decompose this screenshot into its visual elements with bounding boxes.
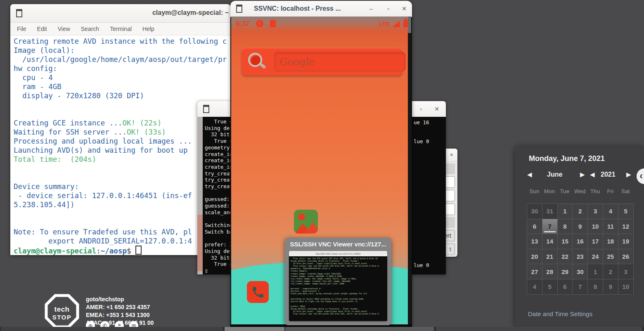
calendar-day[interactable]: 29 xyxy=(558,264,573,279)
menu-item-terminal[interactable]: Terminal xyxy=(110,26,132,32)
close-icon[interactable]: × xyxy=(450,152,453,158)
scrollbar-thumb[interactable] xyxy=(408,17,411,33)
calendar-day-selected[interactable]: 7 xyxy=(542,219,558,234)
calendar-day[interactable]: 1 xyxy=(588,264,603,279)
info-icon: i xyxy=(256,20,263,27)
menu-item-help[interactable]: Help xyxy=(142,26,154,32)
xterm-fragment: ue 16 xyxy=(414,119,429,125)
logo-line1: tech xyxy=(45,305,79,314)
calendar-day[interactable]: 22 xyxy=(558,249,573,265)
calendar-day[interactable]: 20 xyxy=(527,249,542,265)
calendar-day[interactable]: 14 xyxy=(542,234,558,249)
calendar-day[interactable]: 17 xyxy=(588,234,603,249)
menu-item-view[interactable]: View xyxy=(58,26,70,32)
calendar-day[interactable]: 30 xyxy=(527,204,542,219)
scrollbar[interactable] xyxy=(197,117,203,274)
android-statusbar: 6:37 i LTE xyxy=(231,17,411,31)
search-input[interactable] xyxy=(274,52,406,72)
calendar-day[interactable]: 3 xyxy=(618,264,634,279)
maximize-icon[interactable]: ▫ xyxy=(420,106,422,112)
close-icon[interactable]: ✕ xyxy=(434,106,439,112)
calendar-week-row: 303112345 xyxy=(527,204,634,219)
next-month-icon[interactable]: ▶ xyxy=(580,171,585,178)
calendar-day[interactable]: 10 xyxy=(588,219,603,234)
calendar-day[interactable]: 31 xyxy=(542,204,558,219)
calendar-day[interactable]: 9 xyxy=(573,219,588,234)
terminal-text: Waiting for SSH server ... xyxy=(14,128,127,136)
taskbar[interactable] xyxy=(0,327,644,331)
gallery-app-icon[interactable] xyxy=(294,210,318,234)
calendar-day[interactable]: 7 xyxy=(573,279,588,295)
calendar-day[interactable]: 10 xyxy=(618,279,634,295)
terminal-text: Image (local): xyxy=(14,46,75,54)
calendar-day[interactable]: 30 xyxy=(573,264,588,279)
google-search-widget[interactable] xyxy=(242,48,402,76)
calendar-day[interactable]: 2 xyxy=(603,264,618,279)
date-time-settings-link[interactable]: Date and Time Settings xyxy=(528,310,592,317)
calendar-day[interactable]: 5 xyxy=(618,204,634,219)
maximize-icon[interactable]: ▫ xyxy=(387,6,389,12)
calendar-day[interactable]: 28 xyxy=(542,264,558,279)
taskbar-item[interactable] xyxy=(1,327,223,331)
calendar-day[interactable]: 12 xyxy=(618,219,634,234)
calendar-day[interactable]: 26 xyxy=(618,249,634,265)
calendar-day[interactable]: 3 xyxy=(588,204,603,219)
next-year-icon[interactable]: ▶ xyxy=(626,171,631,178)
terminal-text: Device summary: xyxy=(14,182,79,191)
menu-item-search[interactable]: Search xyxy=(81,26,99,32)
calendar-day[interactable]: 11 xyxy=(603,219,618,234)
terminal-titlebar[interactable]: claym@claym-special: ~ xyxy=(10,4,230,23)
terminal-text: - device serial: 127.0.0.1:46451 (ins-ef xyxy=(14,192,192,200)
calendar-day[interactable]: 1 xyxy=(558,204,573,219)
prev-year-icon[interactable]: ◀ xyxy=(590,171,595,178)
terminal-text: cpu - 4 xyxy=(14,73,53,82)
day-header-sat: Sat xyxy=(618,188,633,194)
calendar-day[interactable]: 15 xyxy=(558,234,573,249)
calendar-day[interactable]: 21 xyxy=(542,249,558,265)
terminal-text: Creating remote AVD instance with the fo… xyxy=(14,37,227,45)
window-thumbnail[interactable]: SSL/SSH VNC Viewer vnc://127.0.0.1:33951… xyxy=(289,251,387,321)
calendar-day[interactable]: 9 xyxy=(603,279,618,295)
calendar-day[interactable]: 16 xyxy=(573,234,588,249)
calendar-day[interactable]: 4 xyxy=(603,204,618,219)
taskbar-item[interactable] xyxy=(225,327,284,331)
minimize-icon[interactable]: – xyxy=(369,6,373,12)
calendar-day[interactable]: 27 xyxy=(527,264,542,279)
calendar-day[interactable]: 23 xyxy=(573,249,588,265)
menu-item-file[interactable]: File xyxy=(17,26,26,32)
taskbar-item[interactable] xyxy=(436,327,642,331)
terminal-text: Launching AVD(s) and waiting for boot up xyxy=(14,146,187,154)
search-icon[interactable] xyxy=(248,53,265,70)
close-icon[interactable]: ✕ xyxy=(402,6,407,12)
taskbar-item[interactable] xyxy=(285,327,434,331)
calendar-day[interactable]: 18 xyxy=(603,234,618,249)
calendar-day[interactable]: 19 xyxy=(618,234,634,249)
prev-month-icon[interactable]: ◀ xyxy=(527,171,532,178)
calendar-week-row: 13141516171819 xyxy=(527,234,634,249)
calendar-day[interactable]: 25 xyxy=(603,249,618,265)
calendar-day[interactable]: 2 xyxy=(573,204,588,219)
phone-app-icon[interactable] xyxy=(247,281,269,303)
calendar-day[interactable]: 4 xyxy=(527,279,542,295)
signal-icon xyxy=(393,21,400,27)
calendar-day[interactable]: 8 xyxy=(588,279,603,295)
terminal-text: hw config: xyxy=(14,64,57,73)
gallery-mountain xyxy=(303,222,318,234)
calendar-week-row: 27282930123 xyxy=(527,264,634,279)
day-header-wed: Wed xyxy=(572,188,587,194)
calendar-day[interactable]: 6 xyxy=(558,279,573,295)
window-icon xyxy=(203,105,209,113)
ssvnc-titlebar[interactable]: SSVNC: localhost - Press ... – ▫ ✕ xyxy=(230,1,412,17)
terminal-text: Creating GCE instance ... xyxy=(14,119,122,127)
thumbnail-terminal-lines: True color: was red 255 green 255 blue 2… xyxy=(289,256,387,315)
calendar-day[interactable]: 24 xyxy=(588,249,603,265)
calendar-day[interactable]: 8 xyxy=(558,219,573,234)
calendar-day[interactable]: 6 xyxy=(527,219,542,234)
terminal-line: display - 720x1280 (320 DPI) xyxy=(14,91,230,100)
vnc-scrollbar[interactable] xyxy=(408,17,411,325)
calendar-day[interactable]: 13 xyxy=(527,234,542,249)
text-cursor xyxy=(135,246,142,255)
calendar-day[interactable]: 5 xyxy=(542,279,558,295)
menu-item-edit[interactable]: Edit xyxy=(37,26,47,32)
taskbar-preview-popup[interactable]: SSL/SSH VNC Viewer vnc://127... SSL/SSH … xyxy=(285,238,391,325)
